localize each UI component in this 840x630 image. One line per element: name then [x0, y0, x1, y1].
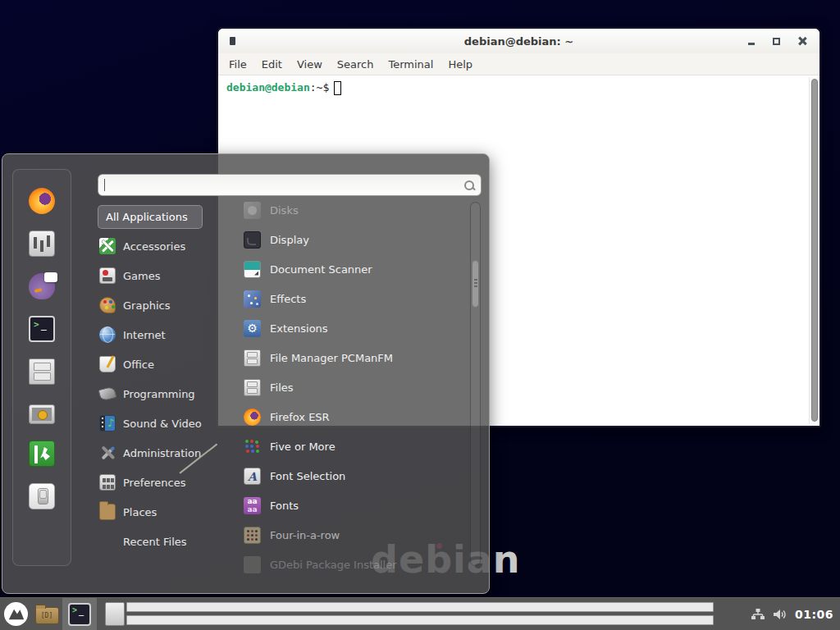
volume-icon[interactable] [773, 608, 788, 621]
category-label: Administration [123, 447, 201, 459]
app-item-font-selection[interactable]: Font Selection [217, 461, 463, 491]
accessories-icon [99, 238, 116, 254]
terminal-scrollbar-track[interactable] [809, 77, 819, 424]
menu-logo-icon [3, 601, 29, 627]
firefox-icon [244, 409, 261, 426]
terminal-menubar: File Edit View Search Terminal Help [218, 53, 819, 75]
category-label: Sound & Video [123, 418, 202, 430]
lock-screen-icon[interactable] [29, 404, 55, 424]
category-administration[interactable]: Administration [98, 438, 217, 468]
gdebi-icon [244, 556, 261, 573]
application-list: Disks Display Document Scanner Effects E… [217, 195, 463, 579]
prompt-suffix: :~$ [310, 81, 329, 94]
menu-file[interactable]: File [221, 58, 254, 71]
app-item-label: Disks [270, 204, 299, 217]
five-or-more-icon [244, 438, 261, 455]
terminal-scrollbar-thumb[interactable] [811, 79, 818, 422]
file-manager-icon[interactable] [29, 358, 55, 385]
graphics-icon [99, 297, 116, 313]
app-item-label: Font Selection [270, 470, 345, 482]
internet-icon [99, 326, 116, 343]
search-icon [463, 180, 475, 191]
terminal-window-icon [230, 37, 235, 45]
category-all-applications[interactable]: All Applications [98, 205, 203, 229]
category-office[interactable]: Office [98, 349, 217, 379]
app-item-gdebi-package-installer[interactable]: GDebi Package Installer [217, 550, 463, 579]
places-icon [99, 504, 116, 520]
category-label: Internet [123, 329, 166, 341]
app-item-firefox-esr[interactable]: Firefox ESR [217, 402, 463, 431]
clock[interactable]: 01:06 [795, 608, 833, 621]
no-icon [99, 533, 116, 550]
menu-scrollbar-thumb[interactable] [472, 260, 479, 308]
category-sound-video[interactable]: Sound & Video [98, 409, 217, 438]
category-graphics[interactable]: Graphics [98, 290, 217, 320]
app-item-label: Firefox ESR [270, 411, 330, 423]
menu-edit[interactable]: Edit [254, 58, 290, 71]
menu-view[interactable]: View [290, 58, 330, 71]
app-item-label: GDebi Package Installer [270, 559, 397, 571]
app-item-label: Fonts [270, 500, 299, 512]
control-center-icon[interactable] [29, 231, 55, 257]
display-icon [244, 231, 261, 249]
app-item-four-in-a-row[interactable]: Four-in-a-row [217, 520, 463, 550]
category-preferences[interactable]: Preferences [98, 468, 217, 497]
app-item-disks[interactable]: Disks [217, 195, 463, 225]
four-in-a-row-icon [244, 527, 261, 544]
app-item-effects[interactable]: Effects [217, 284, 463, 313]
app-item-label: Extensions [270, 322, 328, 335]
maximize-icon[interactable] [773, 38, 780, 45]
network-icon[interactable] [751, 608, 765, 621]
category-label: Preferences [123, 477, 185, 489]
file-manager-icon [105, 602, 125, 626]
logout-icon[interactable] [29, 441, 55, 467]
terminal-taskbar-button[interactable] [62, 598, 97, 630]
menu-search-box[interactable] [98, 174, 482, 196]
app-item-extensions[interactable]: Extensions [217, 313, 463, 343]
menu-help[interactable]: Help [441, 58, 480, 71]
category-places[interactable]: Places [98, 497, 217, 527]
category-accessories[interactable]: Accessories [98, 231, 217, 261]
file-manager-taskbar-button[interactable] [97, 598, 133, 630]
app-item-files[interactable]: Files [217, 372, 463, 402]
firefox-icon[interactable] [29, 188, 55, 214]
terminal-cursor [334, 81, 341, 95]
category-recent-files[interactable]: Recent Files [98, 527, 217, 556]
search-input[interactable] [105, 179, 463, 191]
menu-terminal[interactable]: Terminal [381, 58, 441, 71]
application-menu: All Applications Accessories Games Graph… [2, 153, 490, 594]
category-internet[interactable]: Internet [98, 320, 217, 349]
shutdown-icon[interactable] [29, 483, 55, 509]
document-scanner-icon [244, 261, 261, 278]
app-item-fonts[interactable]: Fonts [217, 491, 463, 520]
programming-icon [98, 386, 117, 402]
category-label: Places [123, 506, 157, 518]
app-item-label: File Manager PCManFM [270, 352, 393, 364]
pidgin-icon[interactable] [29, 273, 55, 299]
app-item-file-manager-pcmanfm[interactable]: File Manager PCManFM [217, 343, 463, 372]
terminal-icon[interactable] [29, 316, 55, 342]
category-programming[interactable]: Programming [98, 379, 217, 409]
app-item-label: Files [270, 381, 294, 394]
category-games[interactable]: Games [98, 261, 217, 290]
terminal-titlebar[interactable]: debian@debian: ~ [218, 29, 819, 53]
terminal-icon [68, 603, 91, 626]
administration-icon [99, 445, 116, 461]
category-label: Games [123, 270, 160, 282]
minimize-icon[interactable] [748, 43, 755, 45]
menu-search[interactable]: Search [330, 58, 381, 71]
category-label: Graphics [123, 299, 170, 312]
app-item-five-or-more[interactable]: Five or More [217, 431, 463, 461]
desktop-folder-button[interactable] [31, 598, 62, 630]
menu-button[interactable] [0, 598, 31, 630]
app-item-document-scanner[interactable]: Document Scanner [217, 254, 463, 284]
app-item-label: Document Scanner [270, 263, 372, 276]
app-item-display[interactable]: Display [217, 225, 463, 254]
app-item-label: Display [270, 234, 309, 246]
menu-scrollbar-track[interactable] [470, 202, 481, 566]
sound-video-icon [99, 415, 116, 431]
close-icon[interactable] [798, 37, 806, 45]
file-manager-icon [244, 349, 261, 367]
disks-icon [244, 202, 261, 219]
category-label: Accessories [123, 240, 185, 253]
